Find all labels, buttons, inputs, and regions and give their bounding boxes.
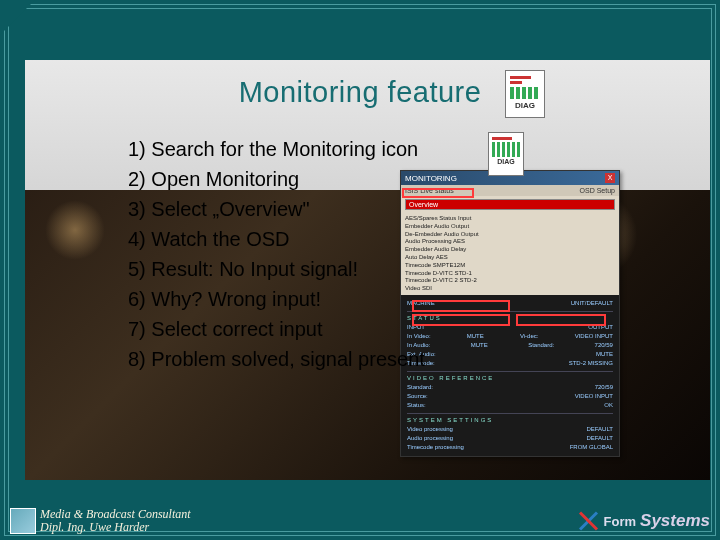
footer-right: Form Systems [576, 509, 710, 533]
osd-cell: Audio processing [407, 434, 453, 443]
diag-icon-small[interactable]: DIAG [488, 132, 524, 176]
osd-ref-header: VIDEO REFERENCE [407, 371, 613, 383]
step-8: 8) Problem solved, signal present [128, 344, 425, 374]
step-1: 1) Search for the Monitoring icon [128, 134, 425, 164]
list-item[interactable]: Video SDI [405, 285, 615, 293]
step-5: 5) Result: No Input signal! [128, 254, 425, 284]
list-item[interactable]: Timecode D-VITC STD-1 [405, 270, 615, 278]
osd-cell: Source: [407, 392, 428, 401]
osd-cell: VIDEO INPUT [575, 392, 613, 401]
tab-osd-setup[interactable]: OSD Setup [580, 187, 615, 194]
list-item[interactable]: Timecode D-VITC 2 STD-2 [405, 277, 615, 285]
step-6: 6) Why? Wrong input! [128, 284, 425, 314]
step-7: 7) Select correct input [128, 314, 425, 344]
step-3: 3) Select „Overview" [128, 194, 425, 224]
xform-logo-icon [576, 509, 600, 533]
diag-chart-icon [492, 142, 520, 157]
list-item[interactable]: Auto Delay AES [405, 254, 615, 262]
overview-selected: Overview [406, 200, 614, 209]
osd-cell: Vi-dec: [520, 332, 539, 341]
osd-cell: 720/59 [595, 341, 613, 350]
diag-icon-large[interactable]: DIAG [505, 70, 545, 118]
osd-cell: MUTE [467, 332, 484, 341]
close-icon[interactable]: X [605, 173, 615, 183]
brand-systems: Systems [640, 511, 710, 531]
diag-bar-icon [492, 137, 512, 140]
list-item[interactable]: De-Embedder Audio Output [405, 231, 615, 239]
corner-accent [0, 0, 35, 35]
diag-bar-icon [510, 76, 531, 79]
diag-label: DIAG [492, 158, 520, 165]
osd-cell: FROM GLOBAL [570, 443, 613, 452]
list-item[interactable]: Embedder Audio Output [405, 223, 615, 231]
overview-dropdown[interactable]: Overview [405, 199, 615, 210]
osd-cell: Timecode processing [407, 443, 464, 452]
osd-cell: Standard: [407, 383, 433, 392]
osd-output-header: OUTPUT [588, 323, 613, 332]
osd-cell: 720/59 [595, 383, 613, 392]
steps-list: 1) Search for the Monitoring icon 2) Ope… [128, 134, 425, 374]
osd-cell: STD-2 MISSING [569, 359, 613, 368]
brand-form: Form [604, 514, 637, 529]
footer: Media & Broadcast Consultant Dipl. Ing. … [10, 502, 710, 540]
osd-cell: DEFAULT [586, 434, 613, 443]
osd-cell: MUTE [471, 341, 488, 350]
slide-title: Monitoring feature [239, 76, 482, 109]
consultant-text: Media & Broadcast Consultant Dipl. Ing. … [40, 508, 191, 533]
step-4: 4) Watch the OSD [128, 224, 425, 254]
step-2: 2) Open Monitoring [128, 164, 425, 194]
osd-sys-header: SYSTEM SETTINGS [407, 413, 613, 425]
list-item[interactable]: Embedder Audio Delay [405, 246, 615, 254]
consultant-line2: Dipl. Ing. Uwe Harder [40, 521, 191, 534]
osd-cell: VIDEO INPUT [575, 332, 613, 341]
diag-label: DIAG [510, 101, 540, 110]
osd-cell: DEFAULT [586, 425, 613, 434]
footer-left: Media & Broadcast Consultant Dipl. Ing. … [10, 508, 191, 534]
osd-status-header: STATUS [407, 311, 613, 323]
osd-cell: Standard: [528, 341, 554, 350]
osd-cell: MUTE [596, 350, 613, 359]
osd-machine-value: UNIT/DEFAULT [571, 299, 613, 308]
osd-cell: OK [604, 401, 613, 410]
monitor-item-list: AES/Spares Status Input Embedder Audio O… [401, 213, 619, 295]
list-item[interactable]: AES/Spares Status Input [405, 215, 615, 223]
consultant-logo-icon [10, 508, 36, 534]
osd-cell: Video processing [407, 425, 453, 434]
list-item[interactable]: Audio Processing AES [405, 238, 615, 246]
osd-cell: Status: [407, 401, 426, 410]
monitor-tabs: ISIS Live status OSD Setup [401, 185, 619, 196]
diag-bar-icon [510, 81, 522, 84]
monitoring-window: MONITORING X ISIS Live status OSD Setup … [400, 170, 620, 457]
diag-chart-icon [510, 87, 540, 99]
list-item[interactable]: Timecode SMPTE12M [405, 262, 615, 270]
osd-panel: MACHINE UNIT/DEFAULT STATUS INPUT OUTPUT… [401, 295, 619, 456]
